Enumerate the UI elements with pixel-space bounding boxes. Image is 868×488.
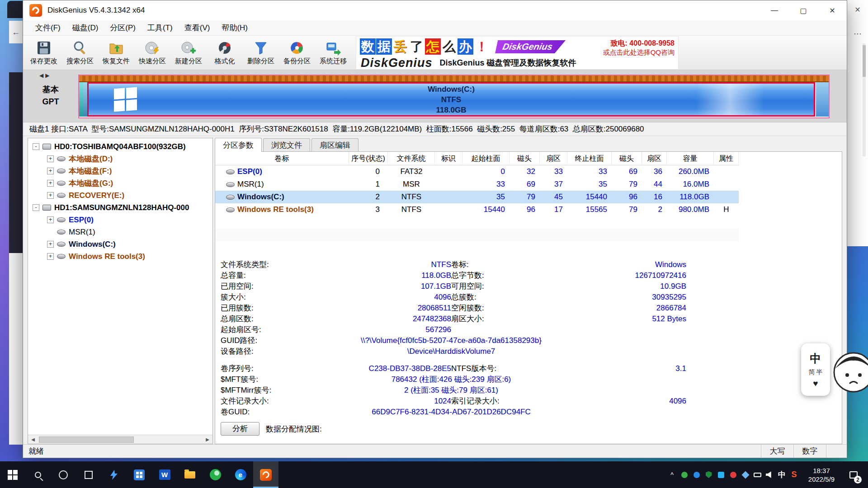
ime-language-indicator[interactable]: 中: [776, 461, 788, 488]
tree-item-hd0[interactable]: -HD0:TOSHIBAMQ04ABF100(932GB): [28, 141, 212, 153]
app-store[interactable]: [127, 461, 152, 488]
column-header[interactable]: 终止柱面: [567, 152, 612, 165]
menu-partition[interactable]: 分区(P): [104, 20, 142, 35]
column-header[interactable]: 序号(状态): [349, 152, 388, 165]
system-migration-button[interactable]: 系统迁移: [315, 36, 351, 70]
delete-partition-button[interactable]: 删除分区: [243, 36, 279, 70]
nav-right-icon[interactable]: ▶: [45, 72, 51, 79]
column-header[interactable]: 磁头: [509, 152, 540, 165]
app-word[interactable]: W: [152, 461, 177, 488]
expand-icon[interactable]: +: [47, 253, 54, 260]
expand-icon[interactable]: +: [47, 241, 54, 248]
sogou-input-icon[interactable]: S: [788, 461, 800, 488]
menu-disk[interactable]: 磁盘(D): [66, 20, 104, 35]
search-partition-button[interactable]: 搜索分区: [62, 36, 98, 70]
recover-files-button[interactable]: 恢复文件: [98, 36, 134, 70]
tray-icon-blue[interactable]: [690, 461, 703, 488]
ime-simplified-indicator[interactable]: 简: [809, 368, 815, 376]
tray-icon-snowflake[interactable]: [739, 461, 751, 488]
menu-view[interactable]: 查看(V): [179, 20, 216, 35]
menu-file[interactable]: 文件(F): [29, 20, 66, 35]
taskbar-clock[interactable]: 18:37 2022/5/9: [800, 466, 843, 483]
ime-chinese-indicator[interactable]: 中: [810, 351, 821, 366]
app-edge[interactable]: e: [228, 461, 253, 488]
column-header[interactable]: 容量: [667, 152, 714, 165]
ime-status-box[interactable]: 中 简半 ♥: [801, 343, 830, 396]
partition-nav-arrows[interactable]: ◀▶: [39, 72, 51, 79]
tray-icon-qq[interactable]: [715, 461, 727, 488]
tree-item-hd1[interactable]: -HD1:SAMSUNGMZNLN128HAHQ-000: [28, 202, 212, 214]
promo-qq-link[interactable]: 或点击此处选择QQ咨询: [603, 48, 675, 56]
cortana-button[interactable]: [51, 461, 76, 488]
tab-browse-files[interactable]: 浏览文件: [263, 138, 310, 151]
expand-icon[interactable]: +: [47, 216, 54, 223]
heart-icon[interactable]: ♥: [813, 379, 818, 389]
ime-floating-widget[interactable]: 中 简半 ♥: [801, 343, 868, 396]
save-changes-button[interactable]: 保存更改: [26, 36, 62, 70]
scrollbar-thumb[interactable]: [39, 436, 134, 443]
scroll-right-icon[interactable]: ▶: [203, 437, 212, 442]
nav-left-icon[interactable]: ◀: [39, 72, 45, 79]
partition-segment-esp[interactable]: [79, 82, 83, 117]
expand-icon[interactable]: +: [47, 192, 54, 199]
tree-horizontal-scrollbar[interactable]: ◀ ▶: [28, 435, 212, 444]
tray-icon-green[interactable]: [678, 461, 690, 488]
app-thunder[interactable]: [101, 461, 127, 488]
column-header[interactable]: 磁头: [612, 152, 642, 165]
app-file-explorer[interactable]: [177, 461, 203, 488]
tab-partition-params[interactable]: 分区参数: [215, 138, 262, 152]
tree-item-msr[interactable]: MSR(1): [28, 226, 212, 238]
table-row-windows-c-selected[interactable]: Windows(C:) 2NTFS 357945 154409616 118.0…: [215, 191, 739, 203]
start-button[interactable]: [0, 461, 25, 488]
collapse-icon[interactable]: -: [33, 204, 39, 211]
close-button[interactable]: ✕: [818, 0, 847, 20]
tray-icon-shield[interactable]: [703, 461, 715, 488]
menu-help[interactable]: 帮助(H): [216, 20, 254, 35]
column-header[interactable]: 扇区: [540, 152, 567, 165]
task-view-button[interactable]: [76, 461, 101, 488]
app-diskgenius-active[interactable]: [253, 461, 278, 488]
column-header[interactable]: 文件系统: [388, 152, 435, 165]
new-partition-button[interactable]: 新建分区: [170, 36, 207, 70]
expand-icon[interactable]: +: [47, 168, 54, 174]
tree-item-local-disk-g[interactable]: +本地磁盘(G:): [28, 177, 212, 189]
tree-item-local-disk-f[interactable]: +本地磁盘(F:): [28, 165, 212, 177]
taskbar-search-button[interactable]: [25, 461, 51, 488]
expand-icon[interactable]: +: [47, 180, 54, 187]
tree-item-windows-c[interactable]: +Windows(C:): [28, 238, 212, 250]
column-header[interactable]: 起始柱面: [462, 152, 509, 165]
volume-button[interactable]: [764, 461, 776, 488]
column-header[interactable]: 属性: [714, 152, 739, 165]
maximize-button[interactable]: ▢: [789, 0, 818, 20]
tree-item-esp[interactable]: +ESP(0): [28, 214, 212, 226]
minimize-button[interactable]: —: [760, 0, 789, 20]
collapse-icon[interactable]: -: [33, 143, 39, 150]
quick-partition-button[interactable]: 快速分区: [134, 36, 170, 70]
tray-icon-battery[interactable]: [751, 461, 764, 488]
scroll-left-icon[interactable]: ◀: [28, 437, 38, 442]
tree-item-recovery-e[interactable]: +RECOVERY(E:): [28, 189, 212, 202]
tree-item-local-disk-d[interactable]: +本地磁盘(D:): [28, 153, 212, 165]
partition-segment-re-tools[interactable]: [815, 82, 829, 117]
format-button[interactable]: 格式化: [207, 36, 243, 70]
table-row-esp[interactable]: ESP(0) 0FAT32 03233 336936 260.0MB: [215, 165, 739, 178]
hidden-icons-button[interactable]: ^: [666, 461, 678, 488]
backup-partition-button[interactable]: 备份分区: [279, 36, 315, 70]
column-header[interactable]: 标识: [435, 152, 462, 165]
expand-icon[interactable]: +: [47, 155, 54, 162]
app-green-browser[interactable]: [203, 461, 228, 488]
partition-segment-windows-c[interactable]: Windows(C:) NTFS 118.0GB: [87, 82, 815, 117]
promo-banner[interactable]: 数据丢了怎么办！ DiskGenius 致电: 400-008-9958 或点击…: [356, 36, 679, 70]
table-row-msr[interactable]: MSR(1) 1MSR 336937 357944 16.0MB: [215, 178, 739, 191]
tab-sector-editor[interactable]: 扇区编辑: [311, 138, 359, 151]
partition-segment-msr[interactable]: [83, 82, 87, 117]
table-row-windows-re-tools[interactable]: Windows RE tools(3) 3NTFS 154409617 1556…: [215, 203, 739, 216]
tray-icon-red[interactable]: [727, 461, 739, 488]
menu-tools[interactable]: 工具(T): [142, 20, 179, 35]
ime-halfwidth-indicator[interactable]: 半: [816, 368, 823, 376]
column-header[interactable]: 卷标: [215, 152, 349, 165]
action-center-button[interactable]: 2: [843, 461, 864, 488]
tree-item-windows-re-tools[interactable]: +Windows RE tools(3): [28, 250, 212, 263]
analyze-button[interactable]: 分析: [221, 422, 259, 436]
column-header[interactable]: 扇区: [642, 152, 667, 165]
